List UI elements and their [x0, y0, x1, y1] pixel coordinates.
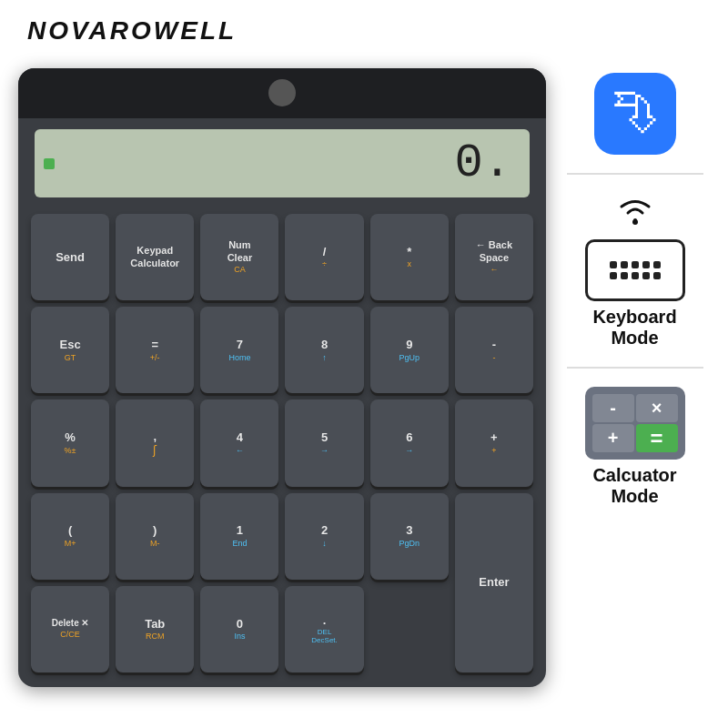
bluetooth-icon: ⮷	[612, 86, 659, 141]
key-rparen-sub: M-	[150, 540, 160, 549]
key-send[interactable]: Send	[31, 214, 109, 300]
kbd-dot	[642, 261, 650, 268]
key-enter-label: Enter	[479, 575, 509, 590]
key-enter[interactable]: Enter	[455, 493, 533, 672]
key-divide-label: /	[323, 245, 327, 259]
key-two-label: 2	[321, 523, 328, 538]
key-keypad-calc-label: KeypadCalculator	[130, 245, 179, 268]
key-two-blue: ↓	[322, 540, 327, 549]
calculator-body: 0. Send KeypadCalculator NumClear CA / ÷…	[18, 68, 546, 687]
key-three-label: 3	[406, 523, 412, 538]
key-four-label: 4	[237, 430, 243, 445]
calc-top-bar	[18, 68, 546, 118]
key-multiply[interactable]: * x	[370, 214, 449, 300]
key-seven[interactable]: 7 Home	[200, 307, 278, 393]
key-nine-label: 9	[406, 338, 412, 352]
key-two[interactable]: 2 ↓	[285, 493, 363, 580]
divider-2	[567, 367, 703, 369]
key-lparen[interactable]: ( M+	[31, 493, 109, 580]
bluetooth-icon-wrap: ⮷	[594, 73, 676, 155]
kbd-dot	[632, 272, 639, 279]
key-nine-blue: PgUp	[399, 354, 420, 363]
divider-1	[567, 173, 703, 175]
key-plus-sub: +	[491, 447, 496, 456]
key-plus[interactable]: + +	[455, 399, 533, 486]
key-dot-label: .	[323, 613, 327, 628]
calc-cell-multiply: ×	[636, 394, 678, 422]
key-percent-sub: %±	[65, 447, 76, 456]
key-three[interactable]: 3 PgDn	[370, 493, 449, 580]
key-zero-label: 0	[237, 617, 243, 632]
key-comma-label: ,	[153, 430, 157, 444]
key-delete-sub: C/CE	[60, 631, 80, 640]
key-three-blue: PgDn	[399, 540, 420, 549]
key-nine[interactable]: 9 PgUp	[370, 307, 449, 393]
keyboard-mode-section: Keyboard Mode	[585, 193, 685, 349]
key-divide-sub: ÷	[322, 260, 327, 269]
key-minus[interactable]: - -	[455, 307, 533, 393]
keys-area: Send KeypadCalculator NumClear CA / ÷ * …	[18, 207, 546, 685]
calc-cell-minus: -	[592, 394, 634, 422]
wifi-icon	[613, 193, 657, 234]
key-tab[interactable]: Tab RCM	[116, 586, 194, 672]
key-lparen-sub: M+	[65, 540, 76, 549]
keyboard-mode-icon	[585, 239, 685, 301]
key-four-blue: ←	[236, 447, 244, 456]
key-backspace[interactable]: ← BackSpace ←	[455, 214, 533, 300]
key-rparen-label: )	[153, 523, 157, 538]
key-percent-label: %	[65, 430, 76, 445]
key-keypad-calc[interactable]: KeypadCalculator	[116, 214, 194, 300]
key-five-blue: →	[320, 447, 329, 456]
kbd-dot	[642, 272, 650, 279]
calculator-mode-icon: - × + =	[585, 387, 685, 460]
key-delete[interactable]: Delete ✕ C/CE	[31, 586, 109, 672]
keyboard-mode-label: Keyboard Mode	[592, 307, 676, 349]
kbd-dot	[621, 261, 628, 268]
key-multiply-sub: x	[407, 260, 411, 269]
key-one[interactable]: 1 End	[200, 493, 278, 580]
key-zero-blue: Ins	[234, 632, 245, 642]
calc-cell-equals: =	[636, 424, 678, 452]
key-equals-sub: +/-	[150, 354, 160, 363]
key-equals[interactable]: = +/-	[116, 307, 194, 393]
key-seven-blue: Home	[228, 354, 250, 363]
key-multiply-label: *	[407, 245, 411, 259]
key-comma-sub: ʃ	[153, 445, 157, 457]
key-minus-label: -	[492, 338, 496, 352]
key-dot-blue: DELDecSet.	[311, 629, 337, 645]
key-tab-sub: RCM	[146, 632, 165, 642]
kbd-dot	[653, 272, 661, 279]
calc-cell-plus: +	[592, 424, 634, 452]
key-eight[interactable]: 8 ↑	[285, 307, 363, 393]
key-rparen[interactable]: ) M-	[116, 493, 194, 580]
kbd-dot	[621, 272, 628, 279]
key-five[interactable]: 5 →	[285, 399, 363, 486]
key-six[interactable]: 6 →	[370, 399, 449, 486]
key-dot[interactable]: . DELDecSet.	[285, 586, 363, 672]
key-delete-label: Delete ✕	[52, 618, 89, 629]
key-plus-label: +	[490, 430, 498, 445]
key-minus-sub: -	[492, 354, 495, 363]
key-six-label: 6	[406, 430, 412, 445]
key-six-blue: →	[405, 447, 413, 456]
key-comma[interactable]: , ʃ	[116, 399, 194, 486]
calc-display: 0.	[35, 129, 530, 197]
key-esc-label: Esc	[60, 338, 81, 352]
kbd-dot	[610, 261, 617, 268]
key-equals-label: =	[151, 338, 158, 352]
key-percent[interactable]: % %±	[31, 399, 109, 486]
key-one-blue: End	[232, 540, 247, 549]
key-seven-label: 7	[237, 338, 243, 352]
kbd-dot	[632, 261, 639, 268]
key-zero[interactable]: 0 Ins	[200, 586, 278, 672]
key-eight-blue: ↑	[322, 354, 327, 363]
key-lparen-label: (	[68, 523, 72, 538]
right-panel: ⮷ Keyboa	[560, 73, 710, 507]
key-num-clear[interactable]: NumClear CA	[200, 214, 278, 300]
key-esc-sub: GT	[65, 354, 76, 363]
key-esc[interactable]: Esc GT	[31, 307, 109, 393]
key-divide[interactable]: / ÷	[285, 214, 363, 300]
key-num-clear-sub: CA	[234, 266, 246, 275]
key-tab-label: Tab	[145, 617, 165, 632]
key-four[interactable]: 4 ←	[200, 399, 278, 486]
